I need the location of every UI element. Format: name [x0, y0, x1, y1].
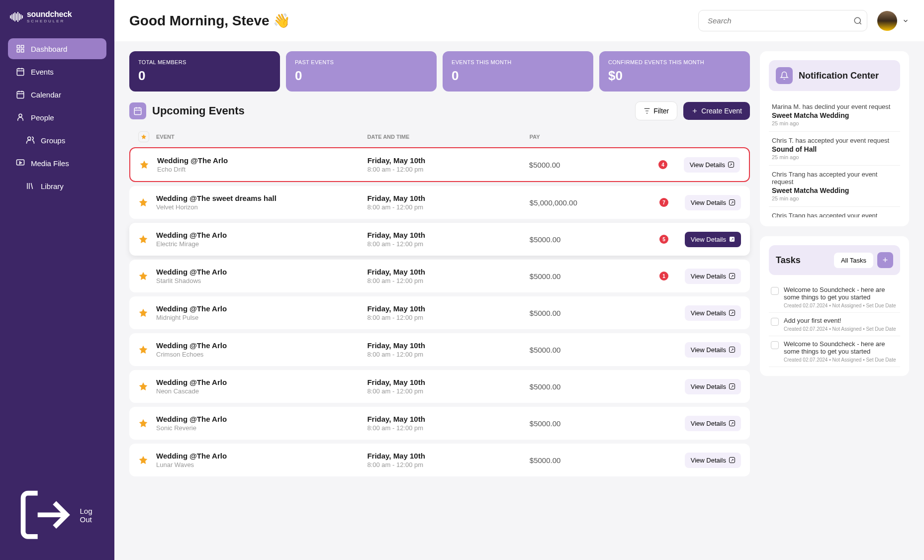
task-item[interactable]: Add your first event!Created 02.07.2024 … [769, 313, 900, 336]
event-row[interactable]: Wedding @The ArloLunar Waves Friday, May… [129, 444, 750, 476]
event-pay: $5000.00 [530, 382, 659, 391]
view-details-button[interactable]: View Details ↗ [685, 342, 741, 358]
event-sub: Crimson Echoes [156, 351, 367, 358]
view-details-button[interactable]: View Details ↗ [685, 195, 741, 210]
plus-icon [691, 107, 698, 114]
star-icon[interactable] [138, 234, 156, 244]
event-time: 8:00 am - 12:00 pm [367, 387, 529, 395]
create-event-button[interactable]: Create Event [683, 102, 750, 120]
topbar: Good Morning, Steve 👋 [114, 0, 924, 41]
logo-sub: SCHEDULER [27, 19, 72, 23]
event-row[interactable]: Wedding @The ArloCrimson Echoes Friday, … [129, 333, 750, 366]
task-checkbox[interactable] [771, 287, 779, 295]
svg-rect-4 [17, 69, 24, 76]
notification-badge: 5 [659, 235, 668, 244]
search-button[interactable] [853, 16, 862, 25]
task-meta: Created 02.07.2024 • Not Assigned • Set … [784, 357, 898, 363]
events-icon [16, 67, 25, 76]
star-icon[interactable] [138, 345, 156, 355]
add-task-button[interactable]: + [877, 252, 893, 268]
event-row[interactable]: Wedding @The ArloMidnight Pulse Friday, … [129, 296, 750, 329]
nav-label: People [31, 113, 54, 122]
logo[interactable]: soundcheck SCHEDULER [0, 10, 114, 38]
view-details-button[interactable]: View Details ↗ [685, 269, 741, 284]
svg-point-6 [19, 114, 22, 117]
event-date: Friday, May 10th [367, 415, 529, 423]
arrow-icon: ↗ [729, 347, 735, 353]
view-details-button[interactable]: View Details ↗ [685, 379, 741, 394]
event-date: Friday, May 10th [367, 378, 529, 386]
star-icon[interactable] [138, 381, 156, 391]
view-details-button[interactable]: View Details ↗ [685, 416, 741, 431]
sidebar: soundcheck SCHEDULER DashboardEventsCale… [0, 0, 114, 560]
event-name: Wedding @The Arlo [156, 304, 367, 313]
stat-card: PAST EVENTS0 [286, 51, 437, 92]
stat-card: TOTAL MEMBERS0 [129, 51, 280, 92]
search-input[interactable] [698, 10, 867, 31]
arrow-icon: ↗ [728, 162, 734, 168]
notification-time: 25 min ago [772, 195, 897, 201]
logout-button[interactable]: Log Out [0, 480, 114, 550]
media-icon [16, 159, 25, 168]
star-icon[interactable] [138, 308, 156, 318]
task-item[interactable]: Welcome to Soundcheck - here are some th… [769, 336, 900, 367]
library-icon [26, 182, 35, 190]
event-row[interactable]: Wedding @The ArloStarlit Shadows Friday,… [129, 260, 750, 292]
event-name: Wedding @The sweet dreams hall [156, 194, 367, 202]
event-row[interactable]: Wedding @The ArloElectric Mirage Friday,… [129, 223, 750, 256]
svg-point-9 [854, 17, 860, 23]
notification-text: Marina M. has declind your event request [772, 103, 897, 110]
notification-badge: 4 [658, 160, 667, 169]
sidebar-item-people[interactable]: People [8, 107, 106, 128]
logout-icon [16, 486, 74, 544]
sidebar-item-dashboard[interactable]: Dashboard [8, 38, 106, 59]
all-tasks-button[interactable]: All Tasks [834, 253, 873, 268]
people-icon [16, 113, 25, 122]
nav-label: Groups [41, 136, 65, 145]
notification-item[interactable]: Chris Trang has accepted your event requ… [769, 207, 900, 217]
sidebar-item-media-files[interactable]: Media Files [8, 153, 106, 174]
event-time: 8:00 am - 12:00 pm [367, 240, 529, 248]
star-icon[interactable] [138, 418, 156, 428]
bell-icon [776, 67, 793, 84]
event-row[interactable]: Wedding @The ArloNeon Cascade Friday, Ma… [129, 370, 750, 403]
notification-item[interactable]: Chris Trang has accepted your event requ… [769, 166, 900, 207]
nav-label: Events [31, 68, 54, 76]
stats-row: TOTAL MEMBERS0PAST EVENTS0EVENTS THIS MO… [129, 51, 750, 92]
sidebar-item-calendar[interactable]: Calendar [8, 84, 106, 105]
filter-button[interactable]: Filter [635, 101, 677, 120]
task-item[interactable]: Welcome to Soundcheck - here are some th… [769, 282, 900, 313]
calendar-icon [16, 90, 25, 99]
user-menu[interactable] [877, 11, 909, 31]
task-checkbox[interactable] [771, 341, 779, 349]
svg-point-7 [28, 137, 31, 140]
notification-text: Chris T. has accepted your event request [772, 137, 897, 144]
event-sub: Lunar Waves [156, 461, 367, 468]
star-icon[interactable] [138, 271, 156, 281]
event-row[interactable]: Wedding @The ArloEcho Drift Friday, May … [129, 147, 750, 182]
event-name: Wedding @The Arlo [156, 415, 367, 423]
notification-time: 25 min ago [772, 154, 897, 160]
view-details-button[interactable]: View Details ↗ [685, 453, 741, 468]
sidebar-item-library[interactable]: Library [8, 176, 106, 196]
event-date: Friday, May 10th [367, 304, 529, 313]
view-details-button[interactable]: View Details ↗ [684, 157, 740, 173]
task-checkbox[interactable] [771, 318, 779, 326]
header-star-icon[interactable] [138, 131, 149, 142]
task-text: Welcome to Soundcheck - here are some th… [784, 286, 898, 301]
notification-event: Sweet Matcha Wedding [772, 187, 897, 194]
star-icon[interactable] [138, 197, 156, 207]
event-row[interactable]: Wedding @The ArloSonic Reverie Friday, M… [129, 407, 750, 440]
star-icon[interactable] [138, 455, 156, 465]
sidebar-item-events[interactable]: Events [8, 61, 106, 82]
event-row[interactable]: Wedding @The sweet dreams hallVelvet Hor… [129, 186, 750, 219]
notification-title: Notification Center [799, 71, 879, 81]
view-details-button[interactable]: View Details ↗ [685, 232, 741, 247]
notification-item[interactable]: Chris T. has accepted your event request… [769, 132, 900, 166]
notification-item[interactable]: Marina M. has declind your event request… [769, 98, 900, 132]
view-details-button[interactable]: View Details ↗ [685, 305, 741, 321]
star-icon[interactable] [139, 160, 157, 170]
event-pay: $5000.00 [530, 272, 659, 280]
tasks-panel: Tasks All Tasks + Welcome to Soundcheck … [760, 236, 909, 376]
sidebar-item-groups[interactable]: Groups [8, 130, 106, 151]
